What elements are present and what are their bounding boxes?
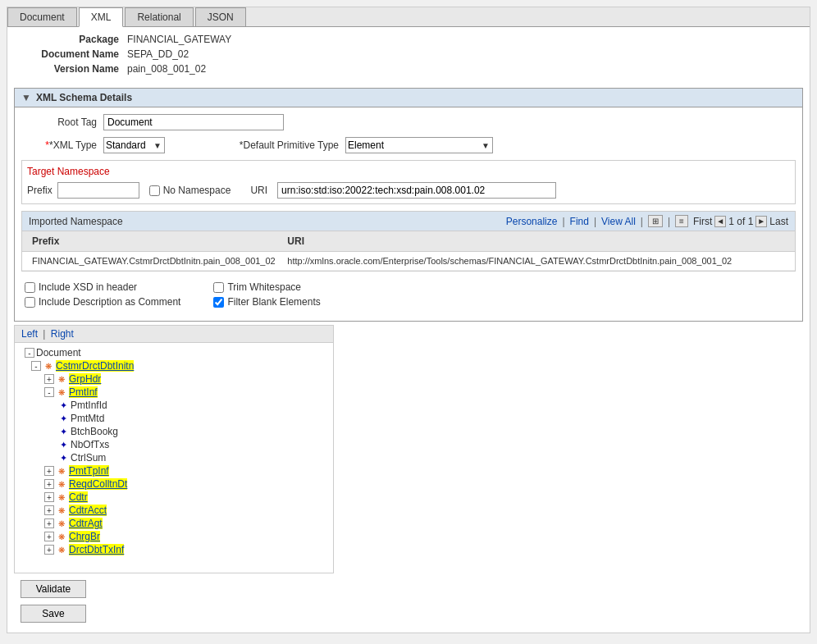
complex-icon: ❋ bbox=[56, 465, 67, 477]
list-item[interactable]: + ❋ CdtrAcct bbox=[18, 504, 330, 517]
list-item[interactable]: + ❋ PmtTpInf bbox=[18, 464, 330, 477]
tab-xml[interactable]: XML bbox=[79, 7, 124, 27]
list-item: ✦ NbOfTxs bbox=[18, 438, 330, 451]
list-item[interactable]: + ❋ ReqdColltnDt bbox=[18, 477, 330, 491]
row-prefix: FINANCIAL_GATEWAY.CstmrDrctDbtInitn.pain… bbox=[29, 254, 284, 267]
left-panel-link[interactable]: Left bbox=[21, 328, 38, 340]
node-toggle-14[interactable]: + bbox=[44, 545, 54, 555]
list-item[interactable]: - ❋ CstmrDrctDbtInitn bbox=[18, 359, 330, 372]
complex-icon: ❋ bbox=[56, 544, 67, 555]
col-prefix: Prefix bbox=[29, 234, 284, 249]
list-item[interactable]: + ❋ GrpHdr bbox=[18, 372, 330, 386]
list-item: ✦ PmtMtd bbox=[18, 412, 330, 425]
complex-icon: ❋ bbox=[56, 505, 67, 516]
node-label-7: CtrlSum bbox=[71, 452, 106, 464]
node-label-14[interactable]: DrctDbtTxInf bbox=[69, 544, 124, 555]
grid-icon-2[interactable]: ≡ bbox=[675, 215, 688, 227]
personalize-link[interactable]: Personalize bbox=[506, 216, 558, 227]
node-label-9[interactable]: ReqdColltnDt bbox=[69, 478, 127, 490]
node-toggle-0[interactable]: - bbox=[31, 361, 41, 371]
root-tag-label: Root Tag bbox=[21, 116, 103, 128]
node-label-1[interactable]: GrpHdr bbox=[69, 373, 101, 385]
docname-label: Document Name bbox=[21, 48, 127, 60]
node-label-5: BtchBookg bbox=[71, 426, 118, 437]
no-namespace-checkbox[interactable] bbox=[149, 185, 160, 196]
node-label-3: PmtInfId bbox=[71, 400, 107, 411]
row-uri: http://xmlns.oracle.com/Enterprise/Tools… bbox=[284, 254, 788, 267]
uri-input[interactable] bbox=[277, 182, 556, 199]
tree-root[interactable]: - Document bbox=[18, 346, 330, 359]
simple-icon: ✦ bbox=[57, 400, 69, 411]
tab-bar: Document XML Relational JSON bbox=[7, 7, 810, 27]
node-label-12[interactable]: CdtrAgt bbox=[69, 518, 103, 529]
uri-label: URI bbox=[250, 185, 267, 196]
find-link[interactable]: Find bbox=[570, 216, 589, 227]
list-item[interactable]: + ❋ ChrgBr bbox=[18, 530, 330, 543]
node-label-10[interactable]: Cdtr bbox=[69, 491, 88, 503]
simple-icon: ✦ bbox=[57, 452, 69, 464]
left-panel: Left | Right - Document - ❋ bbox=[14, 325, 334, 573]
node-toggle-9[interactable]: + bbox=[44, 479, 54, 489]
node-label-0[interactable]: CstmrDrctDbtInitn bbox=[56, 360, 134, 372]
tab-document[interactable]: Document bbox=[7, 7, 77, 26]
node-toggle-2[interactable]: - bbox=[44, 387, 54, 397]
node-toggle-12[interactable]: + bbox=[44, 518, 54, 528]
right-panel-link[interactable]: Right bbox=[51, 328, 74, 340]
list-item: ✦ CtrlSum bbox=[18, 451, 330, 464]
filter-blank-checkbox[interactable] bbox=[213, 297, 224, 308]
complex-icon: ❋ bbox=[56, 491, 67, 503]
complex-icon: ❋ bbox=[43, 360, 54, 372]
simple-icon: ✦ bbox=[57, 413, 69, 424]
tree-area: - Document - ❋ CstmrDrctDbtInitn + ❋ bbox=[15, 343, 333, 573]
complex-icon: ❋ bbox=[56, 478, 67, 490]
checkboxes-section: Include XSD in header Include Descriptio… bbox=[21, 275, 796, 314]
include-desc-checkbox[interactable] bbox=[25, 297, 35, 308]
no-namespace-label[interactable]: No Namespace bbox=[149, 185, 231, 196]
schema-toggle[interactable]: ▼ bbox=[21, 92, 31, 103]
trim-whitespace-checkbox[interactable] bbox=[213, 282, 224, 293]
col-uri: URI bbox=[284, 234, 788, 249]
node-toggle-10[interactable]: + bbox=[44, 492, 54, 502]
complex-icon: ❋ bbox=[56, 373, 67, 385]
next-page-button[interactable]: ► bbox=[755, 216, 767, 227]
node-label-8[interactable]: PmtTpInf bbox=[69, 465, 109, 477]
tab-json[interactable]: JSON bbox=[195, 7, 246, 26]
split-area: Left | Right - Document - ❋ bbox=[14, 325, 803, 629]
panel-header: Left | Right bbox=[15, 326, 333, 343]
save-button[interactable]: Save bbox=[21, 605, 86, 623]
version-value: pain_008_001_02 bbox=[127, 63, 206, 75]
root-toggle[interactable]: - bbox=[25, 348, 34, 358]
xml-type-select[interactable]: Standard Compact Extended bbox=[103, 137, 165, 153]
simple-icon: ✦ bbox=[57, 426, 69, 437]
schema-title: XML Schema Details bbox=[36, 92, 132, 103]
list-item[interactable]: + ❋ Cdtr bbox=[18, 491, 330, 504]
list-item[interactable]: + ❋ CdtrAgt bbox=[18, 517, 330, 530]
node-label-2[interactable]: PmtInf bbox=[69, 386, 98, 398]
root-label: Document bbox=[36, 347, 81, 359]
node-toggle-8[interactable]: + bbox=[44, 466, 54, 476]
validate-button[interactable]: Validate bbox=[21, 580, 86, 598]
prefix-input[interactable] bbox=[57, 182, 139, 199]
page-info: 1 of 1 bbox=[728, 216, 753, 227]
node-toggle-1[interactable]: + bbox=[44, 374, 54, 384]
node-toggle-11[interactable]: + bbox=[44, 505, 54, 515]
node-label-11[interactable]: CdtrAcct bbox=[69, 505, 107, 516]
prev-page-button[interactable]: ◄ bbox=[714, 216, 726, 227]
table-row[interactable]: FINANCIAL_GATEWAY.CstmrDrctDbtInitn.pain… bbox=[22, 252, 795, 271]
node-toggle-13[interactable]: + bbox=[44, 532, 54, 541]
prefix-label: Prefix bbox=[27, 185, 52, 196]
first-label: First bbox=[693, 216, 712, 227]
view-all-link[interactable]: View All bbox=[601, 216, 636, 227]
list-item[interactable]: + ❋ DrctDbtTxInf bbox=[18, 543, 330, 556]
root-tag-input[interactable] bbox=[103, 114, 284, 130]
list-item[interactable]: - ❋ PmtInf bbox=[18, 386, 330, 399]
list-item: ✦ PmtInfId bbox=[18, 399, 330, 412]
include-xsd-checkbox[interactable] bbox=[25, 282, 35, 293]
xml-type-label: *XML Type bbox=[21, 139, 103, 151]
complex-icon: ❋ bbox=[56, 531, 67, 542]
default-primitive-select[interactable]: Element Attribute bbox=[345, 137, 493, 153]
imported-namespace-title: Imported Namespace bbox=[29, 216, 506, 227]
node-label-13[interactable]: ChrgBr bbox=[69, 531, 100, 542]
tab-relational[interactable]: Relational bbox=[125, 7, 193, 26]
grid-icon-1[interactable]: ⊞ bbox=[648, 215, 663, 227]
